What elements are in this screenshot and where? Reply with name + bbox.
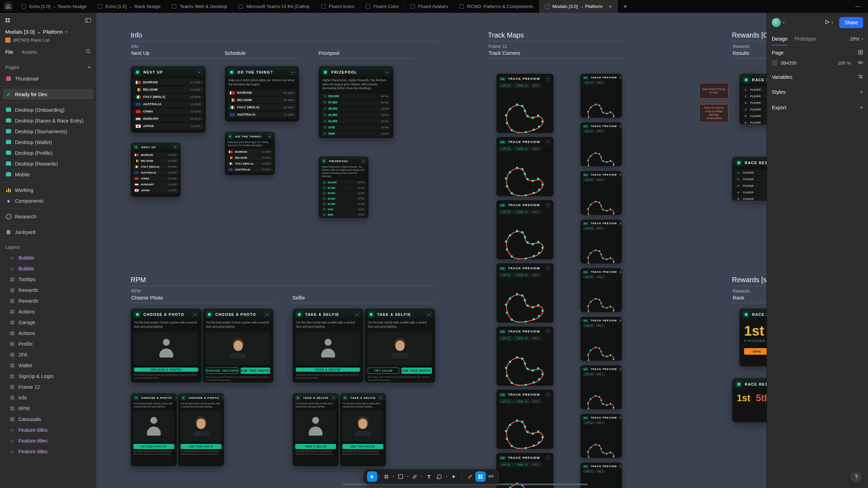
- page-color-swatch[interactable]: [772, 60, 777, 66]
- visibility-eye-icon[interactable]: [858, 60, 863, 66]
- choose-photo-modal-small[interactable]: CHOOSE A PHOTO▾ For the best avatar choo…: [131, 393, 177, 466]
- layer-item[interactable]: Rewards: [0, 285, 96, 295]
- race-results-modal-2[interactable]: RACE RESULTS▾ 1 PLAYER 50 Pts 2 PLAYER 4…: [732, 157, 767, 201]
- track-preview-modal[interactable]: OG TRACK PREVIEW ✕ LAPS 52 DRS 2: [580, 122, 622, 167]
- home-icon[interactable]: [3, 2, 13, 11]
- track-preview-modal[interactable]: OG TRACK PREVIEW ✕ LAPS 52 DRS 2: [580, 317, 622, 361]
- file-name-menu[interactable]: Modals [3.0] → Platform ▾: [5, 29, 91, 35]
- layer-item[interactable]: SignUp & LogIn: [0, 371, 96, 381]
- tab-assets[interactable]: Assets: [22, 49, 37, 55]
- next-up-modal[interactable]: NEXT UP▾ BAHRAIN 02 MAR BELGIUM 09 MAR I…: [131, 66, 206, 133]
- window-menu-icon[interactable]: ⋯: [848, 0, 868, 13]
- file-tab[interactable]: Fluent Icons ✕: [316, 0, 360, 13]
- take-selfie-modal-small-confirm[interactable]: TAKE A SELFIE▾ For the best results take…: [340, 393, 386, 466]
- file-tab[interactable]: Microsoft Teams UI Kit (Calira) ✕: [233, 0, 316, 13]
- chevron-down-icon[interactable]: ▾: [392, 475, 395, 478]
- page-item[interactable]: Ready for Dev: [3, 89, 93, 100]
- new-tab-button[interactable]: +: [618, 0, 633, 13]
- text-tool[interactable]: T: [424, 471, 434, 482]
- annotation-note[interactable]: Place on home to bring up todays earning…: [699, 104, 728, 122]
- track-preview-modal[interactable]: OG TRACK PREVIEW ✕ LAPS 52 TURNS 18 DRS …: [496, 453, 554, 488]
- move-tool[interactable]: [367, 471, 377, 482]
- layer-item[interactable]: Garage: [0, 317, 96, 328]
- file-tab[interactable]: Echo [1.0] → Slack Nudge ✕: [92, 0, 166, 13]
- page-item[interactable]: Junkyard: [3, 227, 93, 237]
- track-preview-modal[interactable]: OG TRACK PREVIEW ✕ LAPS 52 TURNS 18 DRS …: [496, 200, 554, 260]
- actions-tool[interactable]: ✦: [449, 471, 459, 482]
- layer-item[interactable]: RPM: [0, 403, 96, 414]
- page-item[interactable]: Mobile: [3, 169, 93, 180]
- layer-item[interactable]: Info: [0, 392, 96, 403]
- file-tab[interactable]: RCNO: Patterns & Components ✕: [454, 0, 539, 13]
- track-preview-modal[interactable]: OG TRACK PREVIEW ✕ LAPS 52 TURNS 18 DRS …: [496, 263, 554, 323]
- page-item[interactable]: Desktop (Races & Race Entry): [3, 115, 93, 126]
- file-tab[interactable]: Fluent Avatars ✕: [405, 0, 454, 13]
- layer-item[interactable]: 2FA: [0, 349, 96, 360]
- layer-item[interactable]: Carousals: [0, 414, 96, 424]
- zoom-control[interactable]: 28% ▾: [850, 36, 863, 42]
- file-tab[interactable]: Echo [1.0] → Teams Nudge ✕: [16, 0, 92, 13]
- track-preview-modal[interactable]: OG TRACK PREVIEW ✕ LAPS 52 DRS 2: [580, 219, 622, 264]
- tab-file[interactable]: File: [5, 49, 13, 55]
- project-row[interactable]: (RCNO) Race List: [5, 37, 91, 43]
- layer-item[interactable]: Rewards: [0, 295, 96, 306]
- help-button[interactable]: ?: [850, 471, 862, 483]
- draw-tool[interactable]: [465, 471, 475, 482]
- toggle-sidebar-icon[interactable]: [85, 18, 91, 24]
- share-button[interactable]: Share: [839, 17, 863, 28]
- track-preview-modal[interactable]: OG TRACK PREVIEW ✕ LAPS 52 TURNS 18 DRS …: [496, 74, 554, 133]
- track-preview-modal[interactable]: OG TRACK PREVIEW ✕ LAPS 52 TURNS 18 DRS …: [496, 389, 554, 449]
- choose-photo-modal-small-confirm[interactable]: CHOOSE A PHOTO▾ For the best avatar choo…: [178, 393, 224, 466]
- prizepool-modal[interactable]: PRIZEPOOL▾ Higher Placements, Higher Rew…: [318, 66, 394, 138]
- main-menu-icon[interactable]: [5, 18, 10, 24]
- track-preview-modal[interactable]: OG TRACK PREVIEW ✕ LAPS 52 DRS 2: [580, 171, 622, 215]
- chevron-down-icon[interactable]: ▾: [406, 475, 410, 478]
- track-preview-modal[interactable]: OG TRACK PREVIEW ✕ LAPS 52 DRS 2: [580, 414, 622, 458]
- schedule-modal[interactable]: DO THE THING?▾ Make your picks before li…: [225, 66, 299, 122]
- take-selfie-modal[interactable]: TAKE A SELFIE▾ For the best results take…: [292, 308, 364, 383]
- page-item[interactable]: Desktop (Tournaments): [3, 126, 93, 137]
- pen-tool[interactable]: [410, 471, 420, 482]
- layer-item[interactable]: Bubble: [0, 263, 96, 274]
- chevron-down-icon[interactable]: ▾: [420, 475, 424, 478]
- take-selfie-modal-small[interactable]: TAKE A SELFIE▾ For the best results take…: [292, 393, 339, 466]
- choose-photo-modal[interactable]: CHOOSE A PHOTO▾ For the best avatar choo…: [131, 308, 202, 383]
- page-item[interactable]: Desktop (Rewards): [3, 158, 93, 169]
- track-preview-modal[interactable]: OG TRACK PREVIEW ✕ LAPS 52 DRS 2: [580, 74, 622, 118]
- tab-design[interactable]: Design: [772, 32, 787, 45]
- layer-item[interactable]: Wallet: [0, 360, 96, 371]
- page-item[interactable]: Components: [3, 195, 93, 206]
- page-color-hex[interactable]: 3B4250: [781, 60, 797, 66]
- layer-item[interactable]: Actions: [0, 306, 96, 317]
- dev-mode-icon[interactable]: </>: [486, 471, 496, 482]
- add-page-icon[interactable]: +: [87, 64, 91, 71]
- prizepool-modal-small[interactable]: PRIZEPOOL▾ Higher Placements, Higher Rew…: [318, 156, 369, 218]
- frame-tool[interactable]: [381, 471, 392, 482]
- close-icon[interactable]: ✕: [609, 4, 612, 9]
- take-selfie-modal-confirm[interactable]: TAKE A SELFIE▾ For the best results take…: [364, 308, 435, 383]
- variables-settings-icon[interactable]: [858, 74, 863, 80]
- layer-item[interactable]: Feature titles: [0, 435, 96, 446]
- chevron-down-icon[interactable]: ▾: [783, 21, 785, 24]
- design-canvas[interactable]: Info Info Next Up Schedule Prizepool NEX…: [96, 13, 767, 488]
- page-item[interactable]: Thumbnail: [3, 73, 93, 84]
- chevron-down-icon[interactable]: ▾: [377, 475, 381, 478]
- shape-tool[interactable]: [395, 471, 406, 482]
- layer-item[interactable]: Tooltips: [0, 274, 96, 285]
- next-up-modal-small[interactable]: NEXT UP▾ BAHRAIN 02 MAR BELGIUM 09 MAR I…: [131, 142, 181, 197]
- layer-item[interactable]: Feature titles: [0, 424, 96, 435]
- add-export-icon[interactable]: +: [860, 104, 863, 111]
- schedule-modal-small[interactable]: DO THE THING?▾ Make your picks before li…: [225, 132, 275, 175]
- track-preview-modal[interactable]: OG TRACK PREVIEW ✕ LAPS 52 TURNS 18 DRS …: [496, 326, 554, 386]
- file-tab[interactable]: Modals [3.0] → Platform ✕: [539, 0, 618, 13]
- page-item[interactable]: Desktop (Profile): [3, 148, 93, 158]
- page-grid-icon[interactable]: [858, 50, 863, 56]
- page-item[interactable]: Research: [3, 211, 93, 222]
- home-tab[interactable]: [0, 0, 16, 13]
- components-tool[interactable]: [475, 471, 486, 482]
- page-item[interactable]: Desktop (Onboarding): [3, 104, 93, 115]
- chevron-down-icon[interactable]: ▾: [832, 21, 833, 24]
- present-icon[interactable]: [825, 19, 830, 26]
- track-preview-modal[interactable]: OG TRACK PREVIEW ✕ LAPS 52 TURNS 18 DRS …: [496, 137, 554, 196]
- tab-prototype[interactable]: Prototype: [794, 32, 816, 45]
